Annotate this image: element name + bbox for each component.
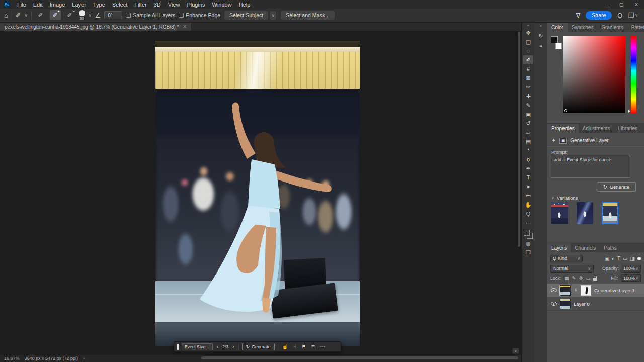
tool-preset-chevron-icon[interactable]: ∨ (25, 13, 28, 18)
menu-type[interactable]: Type (90, 0, 109, 9)
clone-stamp-tool[interactable]: ▣ (523, 110, 533, 119)
zoom-tool[interactable]: Ϙ (523, 209, 533, 218)
menu-file[interactable]: File (14, 0, 30, 9)
expand-panels-icon[interactable]: « (540, 24, 542, 28)
brush-tool[interactable]: ✎ (523, 101, 533, 110)
mask-link-icon[interactable]: ∞ (574, 288, 578, 292)
taskbar-prompt-field[interactable]: Event Stag... (182, 343, 213, 350)
layer-mask-thumbnail[interactable] (581, 285, 591, 296)
search-icon[interactable]: Ϙ (617, 12, 622, 19)
canvas-corner-widget[interactable]: ∨ (512, 348, 519, 354)
hue-slider-cursor[interactable] (628, 110, 630, 113)
tab-channels[interactable]: Channels (571, 243, 600, 252)
rectangle-tool[interactable]: ▭ (523, 191, 533, 200)
history-brush-tool[interactable]: ↺ (523, 119, 533, 128)
path-selection-tool[interactable]: ➤ (523, 182, 533, 191)
visibility-eye-icon[interactable] (551, 288, 557, 292)
report-flag-icon[interactable]: ⚑ (300, 344, 307, 349)
tab-close-icon[interactable]: ✕ (183, 24, 187, 29)
taskbar-generate-button[interactable]: ↻ Generate (242, 343, 275, 350)
share-button[interactable]: Share (586, 11, 612, 20)
tab-properties[interactable]: Properties (547, 124, 579, 133)
previous-variation-button[interactable]: ‹ (216, 344, 219, 349)
menu-plugins[interactable]: Plugins (183, 0, 208, 9)
subtract-selection-mode-button[interactable]: ✐− (64, 10, 75, 20)
lock-all-icon[interactable] (593, 278, 597, 281)
document-tab[interactable]: pexels-wellington-cunha-1918445.jpg @ 16… (0, 23, 192, 31)
brush-angle-field[interactable]: 0° (104, 11, 122, 19)
marquee-tool[interactable]: ▢ (523, 37, 533, 46)
tab-layers[interactable]: Layers (547, 243, 571, 252)
blur-tool[interactable]: ❛ (523, 146, 533, 155)
menu-window[interactable]: Window (209, 0, 235, 9)
close-button[interactable]: ✕ (629, 0, 644, 9)
next-variation-button[interactable]: › (231, 344, 235, 349)
eraser-tool[interactable]: ▱ (523, 128, 533, 137)
variation-thumbnail-1[interactable] (551, 202, 568, 224)
select-and-mask-button[interactable]: Select and Mask... (280, 11, 335, 20)
menu-image[interactable]: Image (46, 0, 69, 9)
healing-brush-tool[interactable]: ✚ (523, 92, 533, 101)
lock-transparency-icon[interactable]: ▦ (565, 275, 569, 281)
brush-size-picker[interactable]: 30 (79, 10, 85, 20)
color-swatch-pair[interactable] (551, 36, 562, 49)
thumbs-up-icon[interactable]: ☝ (281, 344, 289, 349)
quick-mask-button[interactable]: ◍ (523, 239, 533, 248)
collapse-tools-icon[interactable]: « (527, 23, 529, 28)
filter-toggle-icon[interactable] (637, 257, 641, 260)
lasso-tool[interactable]: ◌ (523, 46, 533, 55)
filter-adjustment-icon[interactable]: ◐ (612, 256, 615, 261)
hue-slider[interactable] (631, 36, 636, 113)
menu-edit[interactable]: Edit (30, 0, 46, 9)
prompt-textarea[interactable]: add a Event Stage for dance (551, 155, 630, 178)
color-picker-cursor[interactable] (564, 109, 567, 112)
tab-adjustments[interactable]: Adjustments (579, 124, 614, 133)
menu-help[interactable]: Help (235, 0, 254, 9)
history-panel-icon[interactable]: ↻ (538, 33, 543, 39)
brush-size-chevron-icon[interactable]: ∨ (89, 13, 92, 18)
canvas-photo[interactable] (155, 41, 360, 346)
crop-tool[interactable]: # (523, 64, 533, 73)
tab-patterns[interactable]: Patterns (627, 23, 644, 32)
workspace-switcher[interactable]: ❐ ∨ (628, 12, 638, 19)
menu-view[interactable]: View (165, 0, 184, 9)
comments-panel-icon[interactable]: ❝ (539, 44, 542, 50)
layer-row-generative-layer-1[interactable]: ∞ Generative Layer 1 (547, 284, 644, 297)
maximize-button[interactable]: ▢ (614, 0, 629, 9)
opacity-field[interactable]: 100% ∨ (621, 265, 641, 273)
more-options-icon[interactable]: ⋯ (319, 344, 327, 349)
generate-button[interactable]: ↻ Generate (597, 182, 636, 192)
layer-row-layer-0[interactable]: Layer 0 (547, 297, 644, 311)
menu-filter[interactable]: Filter (131, 0, 150, 9)
tool-preset-icon[interactable]: ✐ (16, 12, 21, 19)
vertical-scrollbar[interactable] (518, 32, 520, 247)
lock-artboard-icon[interactable]: ▭ (586, 275, 590, 281)
menu-3d[interactable]: 3D (150, 0, 165, 9)
edit-toolbar-icon[interactable]: ⋯ (523, 218, 533, 227)
enhance-edge-checkbox[interactable]: Enhance Edge (179, 12, 220, 18)
type-tool[interactable]: T (523, 173, 533, 182)
zoom-level-field[interactable]: 16.67% (4, 356, 20, 361)
variation-thumbnail-3-selected[interactable] (602, 202, 618, 224)
color-swatch-pair[interactable] (524, 230, 533, 239)
properties-toggle-icon[interactable]: ≣ (310, 344, 316, 349)
filter-shape-icon[interactable]: ▭ (623, 256, 627, 261)
filter-type-icon[interactable]: T (617, 256, 620, 261)
layer-thumbnail[interactable] (560, 299, 571, 309)
variation-thumbnail-2[interactable] (577, 202, 593, 224)
filter-kind-select[interactable]: Ϙ Kind ∨ (550, 255, 583, 262)
menu-layer[interactable]: Layer (68, 0, 90, 9)
tab-gradients[interactable]: Gradients (597, 23, 627, 32)
foreground-color-swatch[interactable] (524, 230, 530, 236)
pen-tool[interactable]: ✒ (523, 164, 533, 173)
fill-field[interactable]: 100% ∨ (621, 274, 641, 282)
status-chevron-icon[interactable]: › (83, 356, 85, 361)
lock-paint-icon[interactable]: ✎ (572, 275, 576, 281)
foreground-color-swatch[interactable] (551, 36, 558, 43)
visibility-eye-icon[interactable] (551, 302, 557, 306)
thumbs-down-icon[interactable]: ☟ (292, 344, 297, 349)
minimize-button[interactable]: — (599, 0, 614, 9)
menu-select[interactable]: Select (109, 0, 131, 9)
horizontal-scrollbar[interactable] (201, 356, 518, 359)
screen-mode-button[interactable]: ❐ (523, 248, 533, 257)
